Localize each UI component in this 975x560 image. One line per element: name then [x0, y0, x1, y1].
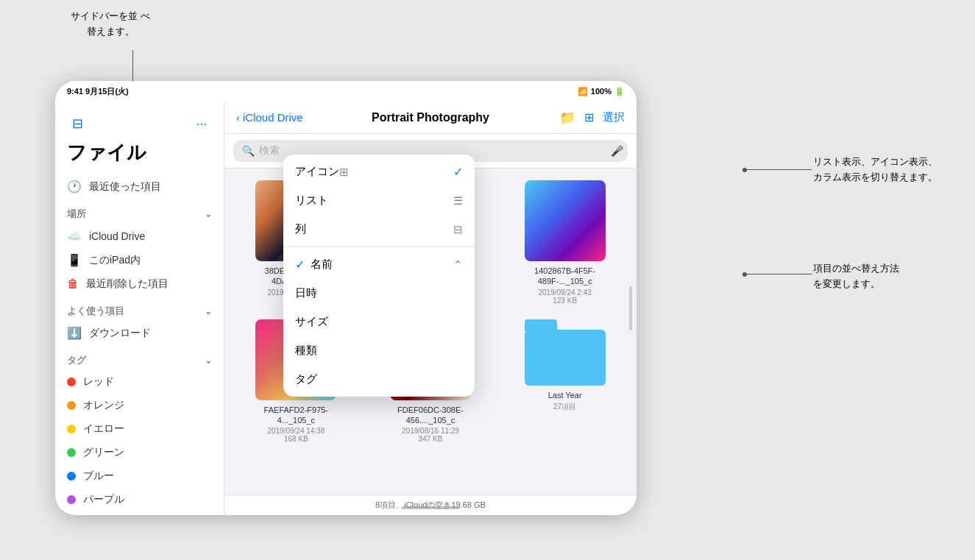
- sidebar-item-on-ipad[interactable]: 📱 このiPad内: [55, 248, 224, 272]
- tag-dot-green: [67, 448, 76, 457]
- dropdown-item-sort-size[interactable]: サイズ: [283, 308, 475, 336]
- sidebar-tag-gray[interactable]: グレイ: [55, 511, 224, 515]
- main-content: ‹ iCloud Drive Portrait Photography 📁 ⊞ …: [224, 102, 637, 515]
- list-view-icon: ☰: [453, 194, 463, 208]
- nav-bar: ‹ iCloud Drive Portrait Photography 📁 ⊞ …: [224, 102, 637, 134]
- dropdown-sort-section: ✓ 名前 ⌃ 日時 サイズ 種類 タグ: [283, 247, 475, 397]
- file-name: 1402867B-4F5F-489F-..._105_c: [521, 266, 609, 287]
- file-thumbnail: [525, 180, 606, 261]
- folder-name: Last Year: [548, 390, 582, 400]
- bottom-status-bar: 8項目、iCloudの空き19.68 GB: [224, 495, 637, 515]
- scroll-indicator: [629, 286, 632, 330]
- checkmark-icon: ✓: [453, 165, 463, 179]
- dropdown-item-label: リスト: [295, 194, 328, 208]
- sidebar-tag-yellow[interactable]: イエロー: [55, 417, 224, 441]
- file-meta: 2019/08/16 11:29347 KB: [402, 427, 459, 443]
- battery-icon: 🔋: [614, 87, 625, 96]
- right-callout-2-dot: [742, 272, 747, 277]
- right-callout-1: リスト表示、アイコン表示、カラム表示を切り替えます。: [813, 155, 960, 185]
- dropdown-item-label: 名前: [311, 258, 333, 272]
- home-indicator: [401, 506, 460, 509]
- tag-dot-orange: [67, 401, 76, 410]
- dropdown-item-label: アイコン: [295, 165, 339, 179]
- sidebar-item-downloads[interactable]: ⬇️ ダウンロード: [55, 321, 224, 345]
- tag-dot-yellow: [67, 425, 76, 433]
- right-callout-2-line: [745, 274, 812, 274]
- tags-chevron[interactable]: ⌄: [205, 355, 212, 366]
- favorites-chevron[interactable]: ⌄: [205, 306, 212, 316]
- dropdown-item-label: サイズ: [295, 315, 328, 329]
- dropdown-view-section: アイコン ⊞ ✓ リスト ☰ 列 ⊟: [283, 155, 475, 247]
- icloud-icon: ☁️: [67, 229, 82, 243]
- recent-icon: 🕐: [67, 180, 82, 194]
- file-item[interactable]: 1402867B-4F5F-489F-..._105_c 2019/09/24 …: [505, 180, 625, 305]
- download-icon: ⬇️: [67, 326, 82, 340]
- back-button[interactable]: ‹ iCloud Drive: [236, 111, 303, 124]
- dropdown-item-label: タグ: [295, 372, 317, 386]
- dropdown-item-icon-view[interactable]: アイコン ⊞ ✓: [283, 157, 475, 186]
- locations-chevron[interactable]: ⌄: [205, 209, 212, 219]
- sidebar-item-recent[interactable]: 🕐 最近使った項目: [55, 174, 224, 199]
- folder-body: [525, 330, 606, 386]
- ipad-icon: 📱: [67, 253, 82, 267]
- sidebar: ⊟ ··· ファイル 🕐 最近使った項目 場所 ⌄ ☁️ iCloud Driv…: [55, 102, 224, 515]
- sidebar-section-locations: 場所 ⌄: [55, 199, 224, 224]
- select-button[interactable]: 選択: [603, 110, 625, 124]
- sidebar-tag-purple[interactable]: パープル: [55, 488, 224, 511]
- dropdown-item-sort-kind[interactable]: 種類: [283, 336, 475, 365]
- file-name: FAEFAFD2-F975-4..._105_c: [252, 405, 340, 426]
- tag-dot-purple: [67, 495, 76, 504]
- status-bar: 9:41 9月15日(火) 📶 100% 🔋: [55, 81, 637, 102]
- column-view-icon: ⊟: [453, 223, 463, 236]
- trash-icon: 🗑: [67, 277, 79, 291]
- wifi-icon: 📶: [578, 87, 588, 96]
- mic-button[interactable]: 🎤: [606, 140, 628, 162]
- sidebar-tag-red[interactable]: レッド: [55, 370, 224, 394]
- sidebar-tag-blue[interactable]: ブルー: [55, 464, 224, 488]
- right-callout-2: 項目の並べ替え方法を変更します。: [813, 261, 960, 292]
- nav-title: Portrait Photography: [372, 111, 489, 124]
- icon-view-grid-icon: ⊞: [339, 166, 349, 179]
- sort-chevron-icon: ⌃: [453, 258, 463, 272]
- sidebar-section-favorites: よく使う項目 ⌄: [55, 296, 224, 321]
- sidebar-title: ファイル: [55, 140, 224, 174]
- back-chevron-icon: ‹: [236, 111, 240, 124]
- search-placeholder: 検索: [259, 144, 280, 157]
- sidebar-item-icloud[interactable]: ☁️ iCloud Drive: [55, 224, 224, 248]
- dropdown-item-label: 種類: [295, 344, 317, 358]
- dropdown-item-sort-name[interactable]: ✓ 名前 ⌃: [283, 250, 475, 279]
- checkmark-icon: ✓: [295, 258, 305, 272]
- right-callout-1-line: [745, 169, 812, 170]
- tag-dot-red: [67, 378, 76, 386]
- dropdown-item-column-view[interactable]: 列 ⊟: [283, 215, 475, 244]
- sidebar-item-recently-deleted[interactable]: 🗑 最近削除した項目: [55, 272, 224, 296]
- dropdown-menu[interactable]: アイコン ⊞ ✓ リスト ☰ 列 ⊟ ✓: [283, 155, 475, 397]
- folder-meta: 27項目: [553, 402, 576, 412]
- sidebar-section-tags: タグ ⌄: [55, 345, 224, 370]
- top-callout: サイドバーを並 べ替えます。: [66, 9, 155, 40]
- dropdown-item-label: 日時: [295, 286, 317, 300]
- tag-dot-blue: [67, 472, 76, 481]
- folder-item[interactable]: Last Year 27項目: [505, 319, 625, 444]
- sidebar-more-button[interactable]: ···: [191, 113, 212, 134]
- file-meta: 2019/09/24 2:43123 KB: [539, 288, 592, 305]
- battery-label: 100%: [591, 87, 611, 96]
- right-callout-1-dot: [742, 168, 747, 172]
- dropdown-item-sort-date[interactable]: 日時: [283, 279, 475, 308]
- file-meta: 2019/09/24 14:38168 KB: [267, 427, 325, 443]
- dropdown-item-list-view[interactable]: リスト ☰: [283, 186, 475, 215]
- grid-view-icon[interactable]: ⊞: [584, 110, 594, 124]
- file-name: FDEF06DC-308E-456...._105_c: [386, 405, 475, 426]
- sidebar-toggle-button[interactable]: ⊟: [67, 113, 88, 134]
- folder-thumbnail: [525, 319, 606, 386]
- search-icon: 🔍: [242, 145, 255, 157]
- sidebar-tag-green[interactable]: グリーン: [55, 441, 224, 464]
- dropdown-item-label: 列: [295, 222, 306, 236]
- status-time-date: 9:41 9月15日(火): [67, 86, 129, 97]
- dropdown-item-sort-tag[interactable]: タグ: [283, 365, 475, 394]
- sidebar-tag-orange[interactable]: オレンジ: [55, 394, 224, 417]
- ipad-frame: 9:41 9月15日(火) 📶 100% 🔋 ⊟ ··· ファイル 🕐 最近使っ…: [55, 81, 637, 515]
- new-folder-icon[interactable]: 📁: [559, 110, 575, 126]
